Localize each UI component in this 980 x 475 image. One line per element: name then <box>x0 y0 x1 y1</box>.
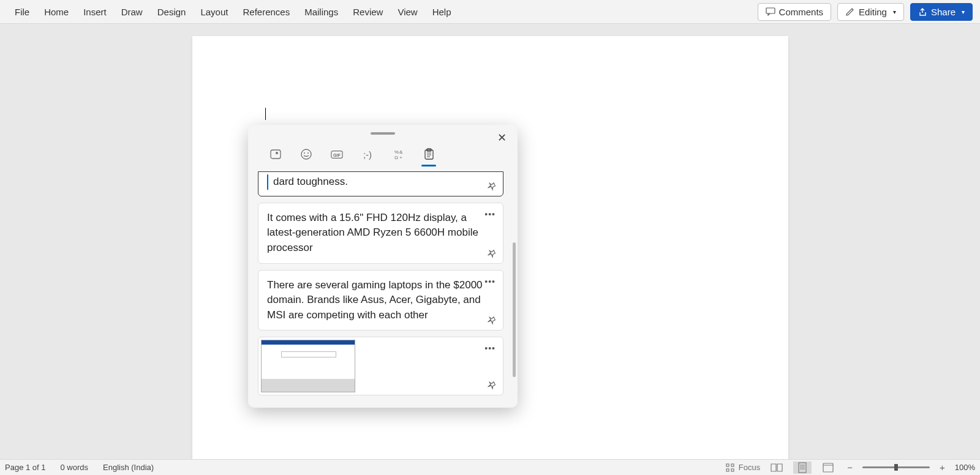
svg-text:&: & <box>399 149 403 155</box>
clipboard-list: dard toughness. It comes with a 15.6" FH… <box>248 164 518 403</box>
menu-mailings[interactable]: Mailings <box>297 2 345 22</box>
zoom-slider[interactable] <box>862 466 930 468</box>
gif-tab[interactable]: GIF <box>331 148 343 160</box>
svg-point-3 <box>304 152 305 154</box>
gif-icon: GIF <box>331 150 343 159</box>
menu-insert[interactable]: Insert <box>76 2 114 22</box>
menu-review[interactable]: Review <box>345 2 390 22</box>
svg-point-4 <box>307 152 309 154</box>
comments-label: Comments <box>779 7 824 17</box>
print-layout-button[interactable] <box>793 462 812 474</box>
menu-view[interactable]: View <box>390 2 424 22</box>
zoom-in-button[interactable]: + <box>937 462 948 473</box>
more-icon[interactable]: ••• <box>484 208 496 220</box>
text-cursor <box>265 108 266 120</box>
clipboard-icon <box>424 148 434 160</box>
clipboard-text: dard toughness. <box>267 174 494 190</box>
share-button[interactable]: Share ▾ <box>910 3 973 21</box>
clipboard-item[interactable]: ••• <box>258 337 503 395</box>
share-label: Share <box>931 7 956 17</box>
recent-tab[interactable] <box>270 148 282 160</box>
print-layout-icon <box>797 462 807 473</box>
more-icon[interactable]: ••• <box>484 275 496 288</box>
svg-rect-17 <box>731 464 734 466</box>
svg-rect-1 <box>271 150 281 159</box>
page-info[interactable]: Page 1 of 1 <box>5 463 46 472</box>
clipboard-text: It comes with a 15.6" FHD 120Hz display,… <box>267 211 494 256</box>
menu-right: Comments Editing ▾ Share ▾ <box>758 3 973 21</box>
pin-icon[interactable] <box>487 315 497 325</box>
svg-text:GIF: GIF <box>333 152 341 157</box>
word-count[interactable]: 0 words <box>61 463 89 472</box>
pencil-icon <box>845 7 855 17</box>
chevron-down-icon: ▾ <box>893 9 896 15</box>
clipboard-tab[interactable] <box>423 148 435 160</box>
clipboard-item[interactable]: There are several gaming laptops in the … <box>258 270 503 331</box>
clipboard-item[interactable]: dard toughness. <box>258 171 503 196</box>
pin-icon[interactable] <box>487 380 497 390</box>
emoji-tab[interactable] <box>300 148 312 160</box>
status-left: Page 1 of 1 0 words English (India) <box>5 463 154 472</box>
clipboard-image-thumb <box>261 340 355 392</box>
menu-file[interactable]: File <box>7 2 37 22</box>
editing-button[interactable]: Editing ▾ <box>837 3 904 21</box>
svg-rect-24 <box>823 463 833 472</box>
clipboard-item[interactable]: It comes with a 15.6" FHD 120Hz display,… <box>258 203 503 264</box>
zoom-percent[interactable]: 100% <box>955 463 975 472</box>
panel-scrollbar[interactable] <box>513 242 516 377</box>
read-mode-icon <box>771 463 783 472</box>
svg-point-2 <box>301 149 311 159</box>
svg-text:+: + <box>399 155 402 160</box>
focus-icon <box>725 463 735 473</box>
comments-button[interactable]: Comments <box>758 3 832 21</box>
emoji-icon <box>300 148 312 160</box>
clipboard-text: There are several gaming laptops in the … <box>267 278 494 323</box>
editing-label: Editing <box>859 7 887 17</box>
menu-home[interactable]: Home <box>37 2 76 22</box>
svg-rect-19 <box>731 469 734 471</box>
symbols-tab[interactable]: %&Ω+ <box>392 148 404 160</box>
close-icon[interactable]: ✕ <box>494 130 510 146</box>
svg-rect-0 <box>766 8 775 13</box>
panel-header[interactable]: ✕ <box>248 125 518 142</box>
chevron-down-icon: ▾ <box>962 9 965 15</box>
status-right: Focus − + 100% <box>725 462 975 474</box>
pin-icon[interactable] <box>487 181 497 191</box>
menu-draw[interactable]: Draw <box>114 2 150 22</box>
svg-rect-20 <box>799 463 806 473</box>
focus-label: Focus <box>739 463 760 472</box>
web-layout-button[interactable] <box>819 462 837 474</box>
menu-left: File Home Insert Draw Design Layout Refe… <box>7 2 459 22</box>
menu-design[interactable]: Design <box>150 2 194 22</box>
kaomoji-icon: ;-) <box>363 149 372 160</box>
svg-text:%: % <box>394 149 399 155</box>
read-mode-button[interactable] <box>767 462 786 474</box>
status-bar: Page 1 of 1 0 words English (India) Focu… <box>0 459 980 475</box>
panel-tabs: GIF ;-) %&Ω+ <box>248 142 518 164</box>
menu-help[interactable]: Help <box>425 2 459 22</box>
panel-drag-handle[interactable] <box>371 132 395 135</box>
zoom-slider-thumb[interactable] <box>894 464 898 471</box>
zoom-out-button[interactable]: − <box>845 462 855 473</box>
focus-button[interactable]: Focus <box>725 462 760 474</box>
language[interactable]: English (India) <box>103 463 154 472</box>
svg-rect-16 <box>726 464 729 466</box>
pin-icon[interactable] <box>487 249 497 258</box>
menu-references[interactable]: References <box>235 2 297 22</box>
svg-rect-18 <box>726 469 729 471</box>
svg-text:Ω: Ω <box>394 155 398 160</box>
comment-icon <box>766 7 775 16</box>
web-layout-icon <box>823 463 834 473</box>
recent-icon <box>270 148 282 160</box>
share-icon <box>918 7 927 17</box>
more-icon[interactable]: ••• <box>484 342 496 354</box>
kaomoji-tab[interactable]: ;-) <box>361 148 374 160</box>
menu-layout[interactable]: Layout <box>193 2 235 22</box>
emoji-panel: ✕ GIF ;-) %&Ω+ dard toughness. It come <box>248 125 518 408</box>
menu-bar: File Home Insert Draw Design Layout Refe… <box>0 0 980 24</box>
symbols-icon: %&Ω+ <box>392 148 404 160</box>
